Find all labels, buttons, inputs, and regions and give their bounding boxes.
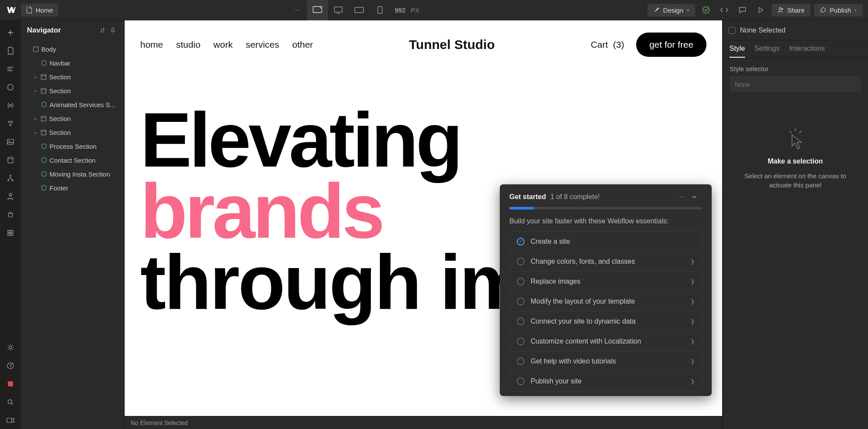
breakpoint-tablet[interactable]	[349, 0, 370, 20]
logic-button[interactable]	[2, 170, 19, 187]
getstarted-item-label: Publish your site	[531, 377, 581, 385]
tab-settings[interactable]: Settings	[755, 45, 780, 58]
section-icon	[41, 88, 46, 94]
tree-item[interactable]: ▸Section	[21, 70, 124, 84]
getstarted-item[interactable]: Get help with video tutorials❯	[510, 351, 702, 371]
styles-button[interactable]	[2, 115, 19, 132]
cart-link[interactable]: Cart (3)	[591, 39, 624, 50]
chevron-right-icon: ❯	[690, 298, 695, 305]
getstarted-item-label: Create a site	[531, 238, 570, 246]
component-icon	[41, 185, 47, 191]
getstarted-collapse-icon[interactable]	[692, 195, 702, 199]
tree-item[interactable]: ▸Section	[21, 111, 124, 125]
getstarted-item[interactable]: Modify the layout of your template❯	[510, 291, 702, 311]
nav-link[interactable]: studio	[176, 39, 201, 50]
recording-indicator[interactable]	[2, 375, 19, 393]
add-element-button[interactable]	[2, 24, 19, 41]
webflow-logo-icon[interactable]	[3, 2, 19, 18]
tree-item[interactable]: Moving Insta Section	[21, 167, 124, 181]
users-button[interactable]	[2, 188, 19, 205]
getstarted-item[interactable]: Replace images❯	[510, 272, 702, 291]
chevron-right-icon: ❯	[690, 378, 695, 384]
getstarted-item[interactable]: Publish your site❯	[510, 371, 702, 391]
video-icon[interactable]	[2, 412, 19, 429]
right-panel-tabs: StyleSettingsInteractions	[723, 40, 868, 58]
tree-item-label: Animated Services S...	[50, 101, 116, 108]
tree-item[interactable]: Body	[21, 42, 124, 56]
tree-item[interactable]: ▸Section	[21, 84, 124, 98]
code-icon[interactable]	[717, 3, 732, 17]
mode-design-button[interactable]: Design ▾	[647, 4, 695, 16]
check-empty-icon	[517, 318, 525, 325]
section-icon	[41, 130, 46, 135]
share-button[interactable]: Share	[772, 4, 811, 16]
assets-button[interactable]	[2, 133, 19, 151]
svg-line-48	[789, 131, 792, 133]
nav-link[interactable]: work	[214, 39, 233, 50]
comment-icon[interactable]	[735, 3, 750, 17]
getstarted-item[interactable]: Change colors, fonts, and classes❯	[510, 252, 702, 272]
canvas-width-value[interactable]: 992	[395, 7, 406, 14]
canvas-width-unit: PX	[411, 7, 419, 14]
ecommerce-button[interactable]	[2, 206, 19, 223]
svg-point-26	[9, 193, 12, 196]
components-button[interactable]	[2, 79, 19, 96]
navigator-sort-icon[interactable]	[97, 25, 108, 36]
navigator-pin-icon[interactable]	[108, 25, 118, 36]
hero-line-1: Elevating	[140, 105, 706, 176]
tree-item-label: Moving Insta Section	[50, 170, 110, 178]
apps-button[interactable]	[2, 224, 19, 242]
breakpoint-mobile[interactable]	[370, 0, 390, 20]
nav-link[interactable]: other	[292, 39, 313, 50]
site-logo[interactable]: Tunnel Studio	[409, 37, 495, 52]
cms-button[interactable]	[2, 151, 19, 169]
cta-button[interactable]: get for free	[636, 33, 706, 57]
breakpoint-desktop[interactable]	[328, 0, 349, 20]
tree-item[interactable]: ▸Section	[21, 125, 124, 139]
check-empty-icon	[517, 357, 525, 365]
left-rail	[0, 20, 21, 429]
empty-state-subtitle: Select an element on the canvas to activ…	[736, 171, 855, 190]
nav-link[interactable]: services	[246, 39, 279, 50]
svg-rect-7	[378, 7, 382, 13]
canvas[interactable]: homestudioworkservicesother Tunnel Studi…	[125, 20, 722, 416]
page-chip[interactable]: Home	[21, 3, 58, 16]
status-ok-icon[interactable]	[699, 3, 713, 17]
tree-item[interactable]: Contact Section	[21, 153, 124, 167]
svg-point-34	[12, 363, 13, 364]
svg-line-36	[12, 403, 13, 405]
tree-item[interactable]: Navbar	[21, 56, 124, 70]
help-icon[interactable]	[2, 357, 19, 374]
svg-point-33	[10, 367, 11, 368]
svg-point-23	[10, 175, 11, 177]
tab-style[interactable]: Style	[729, 45, 745, 58]
play-icon[interactable]	[753, 3, 768, 17]
pages-button[interactable]	[2, 42, 19, 59]
publish-button[interactable]: Publish ▾	[814, 4, 863, 16]
search-icon[interactable]	[2, 393, 19, 411]
getstarted-item[interactable]: Connect your site to dynamic data❯	[510, 311, 702, 331]
navigator-button[interactable]	[2, 60, 19, 78]
nav-link[interactable]: home	[140, 39, 163, 50]
settings-gear-icon[interactable]	[2, 339, 19, 356]
component-icon	[41, 143, 47, 149]
getstarted-progress-bar	[509, 207, 702, 210]
tree-item[interactable]: Footer	[21, 181, 124, 195]
svg-point-19	[10, 124, 11, 126]
tree-item[interactable]: Animated Services S...	[21, 98, 124, 111]
selection-checkbox[interactable]	[729, 27, 736, 34]
tab-interactions[interactable]: Interactions	[789, 45, 825, 58]
getstarted-item-label: Get help with video tutorials	[531, 357, 616, 365]
tree-item-label: Section	[49, 129, 71, 136]
more-icon[interactable]: ···	[286, 6, 307, 14]
variables-button[interactable]	[2, 97, 19, 114]
tree-item[interactable]: Process Section	[21, 139, 124, 153]
breakpoint-desktop-large[interactable]	[307, 0, 328, 20]
empty-cursor-icon	[783, 127, 808, 151]
getstarted-more-icon[interactable]: ···	[677, 193, 687, 201]
check-empty-icon	[517, 298, 525, 305]
style-selector-input[interactable]	[729, 76, 861, 92]
getstarted-item[interactable]: Customize content with Localization❯	[510, 331, 702, 351]
getstarted-item[interactable]: ✓Create a site	[510, 232, 702, 252]
page-chip-label: Home	[36, 7, 53, 14]
